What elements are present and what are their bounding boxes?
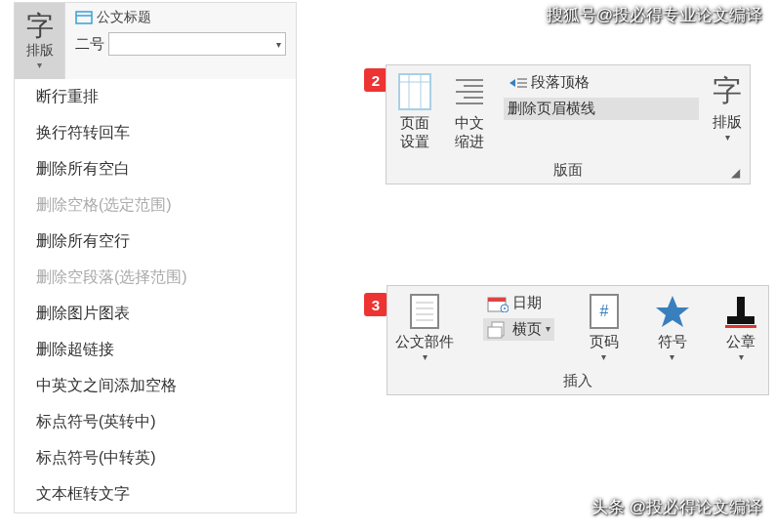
symbol-label: 符号	[658, 333, 687, 351]
watermark-bottom: 头条 @投必得论文编译	[591, 496, 762, 518]
svg-rect-15	[411, 295, 438, 328]
typeset-menu: 断行重排换行符转回车删除所有空白删除空格(选定范围)删除所有空行删除空段落(选择…	[15, 79, 296, 512]
svg-rect-25	[488, 327, 502, 338]
watermark-top: 搜狐号@投必得专业论文编译	[547, 4, 762, 26]
menu-item-8[interactable]: 中英文之间添加空格	[15, 368, 296, 404]
chevron-down-icon: ▾	[725, 132, 730, 143]
menu-item-1[interactable]: 换行符转回车	[15, 115, 296, 151]
doc-title-button[interactable]: 公文标题	[75, 9, 286, 26]
cn-indent-label: 中文 缩进	[455, 114, 484, 151]
svg-marker-28	[656, 296, 689, 327]
svg-point-23	[504, 307, 506, 309]
group-label-insert: 插入	[395, 372, 760, 390]
insert-ribbon-group: 公文部件 ▾ 日期 横页 ▾	[387, 285, 769, 395]
dialog-launcher-icon[interactable]: ◢	[731, 166, 740, 180]
page-number-label: 页码	[590, 333, 619, 351]
menu-item-11[interactable]: 文本框转文字	[15, 476, 296, 512]
font-size-row: 二号 ▾	[75, 32, 286, 56]
doc-title-icon	[75, 11, 93, 24]
menu-item-10[interactable]: 标点符号(中转英)	[15, 440, 296, 476]
doc-parts-button[interactable]: 公文部件 ▾	[395, 292, 454, 362]
page-number-icon: #	[585, 292, 624, 331]
chevron-down-icon: ▾	[37, 60, 42, 70]
paragraph-top-button[interactable]: 段落顶格	[504, 71, 699, 94]
menu-item-4[interactable]: 删除所有空行	[15, 224, 296, 260]
typeset-glyph: 字	[713, 71, 742, 111]
font-size-combobox[interactable]: ▾	[108, 32, 286, 56]
chevron-down-icon: ▾	[670, 351, 674, 362]
stamp-icon	[721, 292, 760, 331]
seal-label: 公章	[726, 333, 755, 351]
page-setup-icon	[394, 71, 435, 112]
svg-marker-11	[509, 79, 515, 87]
symbol-button[interactable]: 符号 ▾	[653, 292, 692, 362]
chevron-down-icon: ▾	[423, 351, 428, 362]
landscape-icon	[487, 321, 509, 339]
menu-item-6[interactable]: 删除图片图表	[15, 296, 296, 332]
menu-item-7[interactable]: 删除超链接	[15, 332, 296, 368]
typeset-button[interactable]: 字 排版 ▾	[15, 3, 65, 79]
chevron-down-icon: ▾	[739, 351, 744, 362]
page-number-button[interactable]: # 页码 ▾	[585, 292, 624, 362]
cn-indent-icon	[449, 71, 490, 112]
page-setup-label: 页面 设置	[400, 114, 429, 151]
star-icon	[653, 292, 692, 331]
seal-button[interactable]: 公章 ▾	[721, 292, 760, 362]
svg-rect-2	[399, 74, 430, 109]
delete-header-line-button[interactable]: 删除页眉横线	[504, 98, 699, 120]
paragraph-top-label: 段落顶格	[531, 73, 590, 92]
cn-indent-button[interactable]: 中文 缩进	[449, 71, 490, 151]
chevron-down-icon: ▾	[546, 323, 550, 334]
calendar-icon	[487, 295, 509, 312]
menu-item-0[interactable]: 断行重排	[15, 79, 296, 115]
doc-parts-icon	[405, 292, 444, 331]
title-area: 公文标题 二号 ▾	[65, 3, 296, 79]
doc-parts-label: 公文部件	[395, 333, 454, 351]
svg-rect-29	[737, 297, 745, 316]
layout-ribbon-group: 页面 设置 中文 缩进	[386, 64, 751, 184]
svg-rect-30	[727, 316, 754, 324]
svg-rect-0	[76, 12, 92, 23]
svg-text:#: #	[599, 303, 608, 319]
font-size-label: 二号	[75, 35, 104, 54]
badge-3: 3	[364, 293, 387, 316]
menu-item-9[interactable]: 标点符号(英转中)	[15, 404, 296, 440]
svg-rect-21	[488, 298, 506, 302]
doc-title-label: 公文标题	[97, 9, 151, 26]
svg-rect-31	[725, 325, 756, 328]
date-button[interactable]: 日期	[483, 292, 554, 314]
menu-item-2[interactable]: 删除所有空白	[15, 151, 296, 187]
panel1-header: 字 排版 ▾ 公文标题 二号 ▾	[15, 3, 296, 79]
paragraph-top-icon	[508, 75, 527, 91]
menu-item-5: 删除空段落(选择范围)	[15, 260, 296, 296]
typeset-glyph: 字	[26, 13, 54, 40]
date-label: 日期	[512, 294, 542, 312]
landscape-label: 横页	[512, 320, 542, 339]
delete-header-line-label: 删除页眉横线	[508, 100, 595, 118]
page-setup-button[interactable]: 页面 设置	[394, 71, 435, 151]
menu-item-3: 删除空格(选定范围)	[15, 187, 296, 224]
typeset-label: 排版	[26, 42, 54, 60]
typeset-dropdown-panel: 字 排版 ▾ 公文标题 二号 ▾ 断行重排换行符转回车删除所有空白删除空格(选定…	[14, 2, 297, 513]
chevron-down-icon: ▾	[601, 351, 606, 362]
typeset-button-2[interactable]: 字 排版 ▾	[713, 71, 742, 143]
typeset-label: 排版	[713, 113, 742, 132]
badge-2: 2	[364, 68, 387, 92]
group-label-layout: 版面 ◢	[394, 161, 742, 180]
chevron-down-icon: ▾	[276, 39, 281, 50]
landscape-button[interactable]: 横页 ▾	[483, 318, 554, 341]
